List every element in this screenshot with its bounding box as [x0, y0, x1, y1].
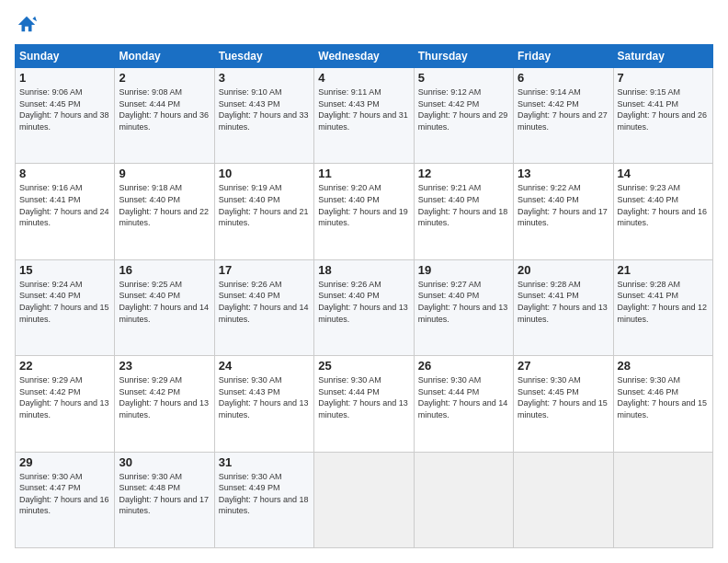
cell-details: Sunrise: 9:27 AMSunset: 4:40 PMDaylight:… — [418, 280, 508, 324]
calendar-cell: 20 Sunrise: 9:28 AMSunset: 4:41 PMDaylig… — [514, 259, 613, 355]
logo — [15, 15, 37, 35]
calendar-cell: 1 Sunrise: 9:06 AMSunset: 4:45 PMDayligh… — [16, 68, 115, 164]
day-of-week-header: Friday — [514, 45, 613, 68]
calendar-cell: 23 Sunrise: 9:29 AMSunset: 4:42 PMDaylig… — [115, 356, 214, 452]
calendar-cell: 28 Sunrise: 9:30 AMSunset: 4:46 PMDaylig… — [613, 356, 712, 452]
day-number: 29 — [19, 455, 110, 469]
calendar-cell: 26 Sunrise: 9:30 AMSunset: 4:44 PMDaylig… — [414, 356, 513, 452]
cell-details: Sunrise: 9:21 AMSunset: 4:40 PMDaylight:… — [418, 183, 508, 227]
day-number: 13 — [518, 167, 609, 180]
calendar-cell: 2 Sunrise: 9:08 AMSunset: 4:44 PMDayligh… — [115, 68, 214, 164]
cell-details: Sunrise: 9:22 AMSunset: 4:40 PMDaylight:… — [518, 183, 608, 227]
calendar-cell — [613, 452, 712, 547]
cell-details: Sunrise: 9:26 AMSunset: 4:40 PMDaylight:… — [219, 280, 309, 324]
calendar-cell: 19 Sunrise: 9:27 AMSunset: 4:40 PMDaylig… — [414, 259, 513, 355]
calendar-cell: 29 Sunrise: 9:30 AMSunset: 4:47 PMDaylig… — [16, 452, 115, 547]
calendar-cell: 11 Sunrise: 9:20 AMSunset: 4:40 PMDaylig… — [314, 164, 414, 259]
cell-details: Sunrise: 9:16 AMSunset: 4:41 PMDaylight:… — [19, 183, 109, 227]
day-of-week-header: Wednesday — [314, 45, 414, 68]
calendar-week-row: 15 Sunrise: 9:24 AMSunset: 4:40 PMDaylig… — [16, 259, 713, 355]
cell-details: Sunrise: 9:30 AMSunset: 4:46 PMDaylight:… — [618, 375, 708, 419]
day-number: 5 — [418, 71, 509, 85]
calendar-header-row: SundayMondayTuesdayWednesdayThursdayFrid… — [16, 45, 713, 68]
day-number: 18 — [318, 263, 409, 277]
calendar-cell: 24 Sunrise: 9:30 AMSunset: 4:43 PMDaylig… — [214, 356, 313, 452]
calendar-cell: 3 Sunrise: 9:10 AMSunset: 4:43 PMDayligh… — [214, 68, 313, 164]
calendar-cell — [414, 452, 513, 547]
day-of-week-header: Monday — [115, 45, 214, 68]
calendar-cell: 16 Sunrise: 9:25 AMSunset: 4:40 PMDaylig… — [115, 259, 214, 355]
day-number: 10 — [219, 167, 310, 180]
calendar-cell: 31 Sunrise: 9:30 AMSunset: 4:49 PMDaylig… — [214, 452, 313, 547]
day-number: 28 — [618, 359, 709, 373]
cell-details: Sunrise: 9:28 AMSunset: 4:41 PMDaylight:… — [618, 280, 708, 324]
calendar-cell: 8 Sunrise: 9:16 AMSunset: 4:41 PMDayligh… — [16, 164, 115, 259]
calendar-cell: 15 Sunrise: 9:24 AMSunset: 4:40 PMDaylig… — [16, 259, 115, 355]
day-number: 6 — [518, 71, 609, 85]
day-number: 21 — [618, 263, 709, 277]
day-number: 14 — [618, 167, 709, 180]
day-number: 2 — [119, 71, 210, 85]
calendar-cell: 7 Sunrise: 9:15 AMSunset: 4:41 PMDayligh… — [613, 68, 712, 164]
day-number: 19 — [418, 263, 509, 277]
cell-details: Sunrise: 9:30 AMSunset: 4:49 PMDaylight:… — [219, 472, 309, 516]
day-number: 11 — [318, 167, 409, 180]
cell-details: Sunrise: 9:30 AMSunset: 4:44 PMDaylight:… — [318, 375, 408, 419]
calendar-week-row: 22 Sunrise: 9:29 AMSunset: 4:42 PMDaylig… — [16, 356, 713, 452]
cell-details: Sunrise: 9:10 AMSunset: 4:43 PMDaylight:… — [219, 87, 309, 132]
day-number: 25 — [318, 359, 409, 373]
calendar-cell: 25 Sunrise: 9:30 AMSunset: 4:44 PMDaylig… — [314, 356, 414, 452]
day-number: 30 — [119, 455, 210, 469]
calendar-cell: 22 Sunrise: 9:29 AMSunset: 4:42 PMDaylig… — [16, 356, 115, 452]
day-number: 17 — [219, 263, 310, 277]
day-number: 24 — [219, 359, 310, 373]
cell-details: Sunrise: 9:30 AMSunset: 4:44 PMDaylight:… — [418, 375, 508, 419]
header — [15, 15, 713, 35]
day-number: 22 — [19, 359, 110, 373]
calendar-cell: 17 Sunrise: 9:26 AMSunset: 4:40 PMDaylig… — [214, 259, 313, 355]
calendar-cell: 6 Sunrise: 9:14 AMSunset: 4:42 PMDayligh… — [514, 68, 613, 164]
cell-details: Sunrise: 9:20 AMSunset: 4:40 PMDaylight:… — [318, 183, 408, 227]
day-number: 31 — [219, 455, 310, 469]
cell-details: Sunrise: 9:29 AMSunset: 4:42 PMDaylight:… — [119, 375, 209, 419]
cell-details: Sunrise: 9:18 AMSunset: 4:40 PMDaylight:… — [119, 183, 209, 227]
calendar-cell: 30 Sunrise: 9:30 AMSunset: 4:48 PMDaylig… — [115, 452, 214, 547]
day-number: 15 — [19, 263, 110, 277]
day-of-week-header: Tuesday — [214, 45, 313, 68]
cell-details: Sunrise: 9:25 AMSunset: 4:40 PMDaylight:… — [119, 280, 209, 324]
calendar-week-row: 8 Sunrise: 9:16 AMSunset: 4:41 PMDayligh… — [16, 164, 713, 259]
calendar-cell: 13 Sunrise: 9:22 AMSunset: 4:40 PMDaylig… — [514, 164, 613, 259]
cell-details: Sunrise: 9:14 AMSunset: 4:42 PMDaylight:… — [518, 87, 608, 132]
cell-details: Sunrise: 9:08 AMSunset: 4:44 PMDaylight:… — [119, 87, 209, 132]
day-number: 3 — [219, 71, 310, 85]
day-number: 20 — [518, 263, 609, 277]
page: SundayMondayTuesdayWednesdayThursdayFrid… — [0, 0, 728, 563]
day-number: 9 — [119, 167, 210, 180]
cell-details: Sunrise: 9:23 AMSunset: 4:40 PMDaylight:… — [618, 183, 708, 227]
cell-details: Sunrise: 9:28 AMSunset: 4:41 PMDaylight:… — [518, 280, 608, 324]
calendar-cell: 5 Sunrise: 9:12 AMSunset: 4:42 PMDayligh… — [414, 68, 513, 164]
calendar-table: SundayMondayTuesdayWednesdayThursdayFrid… — [15, 44, 713, 548]
day-number: 23 — [119, 359, 210, 373]
calendar-week-row: 1 Sunrise: 9:06 AMSunset: 4:45 PMDayligh… — [16, 68, 713, 164]
day-number: 1 — [19, 71, 110, 85]
cell-details: Sunrise: 9:15 AMSunset: 4:41 PMDaylight:… — [618, 87, 708, 132]
calendar-cell: 18 Sunrise: 9:26 AMSunset: 4:40 PMDaylig… — [314, 259, 414, 355]
cell-details: Sunrise: 9:06 AMSunset: 4:45 PMDaylight:… — [19, 87, 109, 132]
calendar-cell: 14 Sunrise: 9:23 AMSunset: 4:40 PMDaylig… — [613, 164, 712, 259]
calendar-cell: 10 Sunrise: 9:19 AMSunset: 4:40 PMDaylig… — [214, 164, 313, 259]
day-number: 7 — [618, 71, 709, 85]
day-number: 27 — [518, 359, 609, 373]
cell-details: Sunrise: 9:30 AMSunset: 4:48 PMDaylight:… — [119, 472, 209, 516]
day-number: 4 — [318, 71, 409, 85]
cell-details: Sunrise: 9:26 AMSunset: 4:40 PMDaylight:… — [318, 280, 408, 324]
calendar-cell: 27 Sunrise: 9:30 AMSunset: 4:45 PMDaylig… — [514, 356, 613, 452]
calendar-week-row: 29 Sunrise: 9:30 AMSunset: 4:47 PMDaylig… — [16, 452, 713, 547]
cell-details: Sunrise: 9:11 AMSunset: 4:43 PMDaylight:… — [318, 87, 408, 132]
day-of-week-header: Saturday — [613, 45, 712, 68]
day-of-week-header: Thursday — [414, 45, 513, 68]
cell-details: Sunrise: 9:24 AMSunset: 4:40 PMDaylight:… — [19, 280, 109, 324]
day-of-week-header: Sunday — [16, 45, 115, 68]
calendar-cell: 21 Sunrise: 9:28 AMSunset: 4:41 PMDaylig… — [613, 259, 712, 355]
cell-details: Sunrise: 9:30 AMSunset: 4:47 PMDaylight:… — [19, 472, 109, 516]
